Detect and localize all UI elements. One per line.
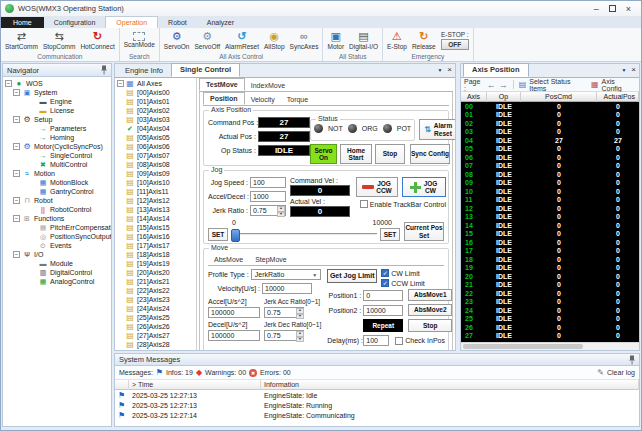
axis-table-row[interactable]: 27 IDLE 0 0	[461, 332, 639, 341]
tab-robot[interactable]: Robot	[158, 17, 197, 28]
tab-analyzer[interactable]: Analyzer	[197, 17, 244, 28]
navigator-tree-item[interactable]: Setup	[3, 115, 111, 124]
axis-table-row[interactable]: 22 IDLE 0 0	[461, 289, 639, 298]
pin-icon[interactable]	[101, 65, 107, 75]
release-button[interactable]: ↻Release	[410, 29, 438, 50]
navigator-tree-item[interactable]: SingleControl	[3, 151, 111, 160]
jerk-acc-spinner[interactable]: ▲▼	[296, 308, 304, 317]
axis-list-item[interactable]: [18]Axis18	[115, 250, 196, 259]
tab-home[interactable]: Home	[1, 17, 44, 28]
axis-table-row[interactable]: 20 IDLE 0 0	[461, 272, 639, 281]
axis-list-item[interactable]: [09]Axis09	[115, 169, 196, 178]
navigator-tree-item[interactable]: MultiControl	[3, 160, 111, 169]
col-actualpos[interactable]: ActualPos	[597, 92, 639, 102]
navigator-tree-item[interactable]: Motor(CyclicSyncPos)	[3, 142, 111, 151]
axis-table-row[interactable]: 18 IDLE 0 0	[461, 255, 639, 264]
axis-list-item[interactable]: [23]Axis23	[115, 295, 196, 304]
set-left-button[interactable]: SET	[208, 228, 228, 241]
axis-list-item[interactable]: [24]Axis24	[115, 304, 196, 313]
absmove2-button[interactable]: AbsMove2	[408, 304, 452, 316]
servoon-button[interactable]: ⚙ServoOn	[162, 29, 192, 50]
position1-input[interactable]	[363, 290, 403, 301]
tree-expander-icon[interactable]	[13, 143, 20, 150]
set-right-button[interactable]: SET	[380, 228, 400, 241]
tree-expander-icon[interactable]	[13, 215, 20, 222]
warnings-count[interactable]: Warnings: 00	[205, 369, 246, 376]
axis-list-item[interactable]: [11]Axis11	[115, 187, 196, 196]
axis-list-item[interactable]: [20]Axis20	[115, 268, 196, 277]
jog-speed-input[interactable]	[250, 177, 286, 188]
tree-expander-icon[interactable]	[13, 197, 20, 204]
tab-configuration[interactable]: Configuration	[44, 17, 106, 28]
tree-expander-icon[interactable]	[13, 89, 20, 96]
axis-list-item[interactable]: [13]Axis13	[115, 205, 196, 214]
accel-decel-input[interactable]	[250, 191, 286, 202]
axis-table-row[interactable]: 07 IDLE 0 0	[461, 162, 639, 171]
axis-panel-dropdown-icon[interactable]: ▼	[621, 67, 626, 73]
home-start-button[interactable]: Home Start	[340, 144, 372, 164]
axis-list-item[interactable]: [21]Axis21	[115, 277, 196, 286]
jog-cw-button[interactable]: JOG CW	[402, 177, 446, 197]
syncaxes-button[interactable]: ∞SyncAxes	[288, 29, 321, 50]
estop-button[interactable]: ⚠E-Stop	[385, 29, 409, 50]
minimize-button[interactable]: –	[594, 4, 599, 14]
tab-engine-info[interactable]: Engine Info	[117, 65, 171, 77]
tab-axis-position[interactable]: Axis Position	[463, 63, 529, 77]
axis-table-row[interactable]: 19 IDLE 0 0	[461, 264, 639, 273]
axis-table-row[interactable]: 08 IDLE 0 0	[461, 170, 639, 179]
move-stop-button[interactable]: Stop	[408, 319, 452, 332]
axis-table-row[interactable]: 15 IDLE 0 0	[461, 230, 639, 239]
navigator-tree-item[interactable]: RobotControl	[3, 205, 111, 214]
axis-table-row[interactable]: 13 IDLE 0 0	[461, 213, 639, 222]
axis-table-row[interactable]: 10 IDLE 0 0	[461, 187, 639, 196]
axis-list-item[interactable]: [01]Axis01	[115, 97, 196, 106]
motor-button[interactable]: ▣Motor	[325, 29, 346, 50]
col-poscmd[interactable]: PosCmd	[521, 92, 597, 102]
axis-list-item[interactable]: [12]Axis12	[115, 196, 196, 205]
axis-expander-icon[interactable]	[117, 80, 124, 87]
navigator-tree-item[interactable]: WOS	[3, 79, 111, 88]
select-status-items-button[interactable]: Select Status Items	[529, 78, 588, 92]
slider-thumb[interactable]	[231, 229, 240, 242]
tab-absmove[interactable]: AbsMove	[208, 255, 249, 265]
axis-list-item[interactable]: [00]Axis00	[115, 88, 196, 97]
axis-list-item[interactable]: All Axes	[115, 79, 196, 88]
col-op[interactable]: Op	[487, 92, 521, 102]
decel-input[interactable]	[208, 330, 260, 341]
tab-position[interactable]: Position	[203, 92, 245, 105]
col-information[interactable]: Information	[261, 380, 639, 390]
axis-list-item[interactable]: [07]Axis07	[115, 151, 196, 160]
tab-operation[interactable]: Operation	[105, 16, 158, 28]
axis-table-row[interactable]: 23 IDLE 0 0	[461, 298, 639, 307]
navigator-tree-item[interactable]: License	[3, 106, 111, 115]
axis-config-button[interactable]: Axis Config	[602, 78, 636, 92]
axis-list-item[interactable]: [15]Axis15	[115, 223, 196, 232]
jerk-ratio-spinner[interactable]: ▲▼	[277, 206, 285, 215]
axis-table-hscrollbar[interactable]	[461, 342, 639, 350]
navigator-tree-item[interactable]: MotionBlock	[3, 178, 111, 187]
jog-ccw-button[interactable]: JOG CCW	[356, 177, 398, 197]
tab-indexmove[interactable]: IndexMove	[245, 80, 291, 91]
accel-input[interactable]	[208, 307, 260, 318]
current-pos-set-button[interactable]: Current Pos Set	[404, 222, 444, 241]
get-jog-limit-button[interactable]: Get Jog Limit	[327, 269, 377, 283]
hotconnect-button[interactable]: ↻HotConnect	[78, 29, 116, 50]
axis-panel-close-icon[interactable]: ×	[631, 66, 636, 74]
position-slider[interactable]	[231, 233, 377, 236]
tree-expander-icon[interactable]	[13, 116, 20, 123]
axis-table-row[interactable]: 16 IDLE 0 0	[461, 238, 639, 247]
tree-expander-icon[interactable]	[13, 170, 20, 177]
navigator-tree-item[interactable]: Parameters	[3, 124, 111, 133]
axis-table-row[interactable]: 11 IDLE 0 0	[461, 196, 639, 205]
axis-table-row[interactable]: 02 IDLE 0 0	[461, 119, 639, 128]
message-row[interactable]: ⚑ 2025-03-25 12:27:14 EngineState: Commu…	[115, 410, 639, 420]
axis-list-item[interactable]: [25]Axis25	[115, 313, 196, 322]
tab-velocity[interactable]: Velocity	[245, 94, 281, 105]
axis-list-item[interactable]: [03]Axis03	[115, 115, 196, 124]
messages-pin-icon[interactable]	[629, 355, 635, 365]
tab-testmove[interactable]: TestMove	[199, 78, 245, 91]
axis-table-row[interactable]: 03 IDLE 0 0	[461, 128, 639, 137]
tab-list-dropdown-icon[interactable]: ▼	[437, 67, 442, 73]
axis-list-item[interactable]: [08]Axis08	[115, 160, 196, 169]
navigator-tree-item[interactable]: Events	[3, 241, 111, 250]
